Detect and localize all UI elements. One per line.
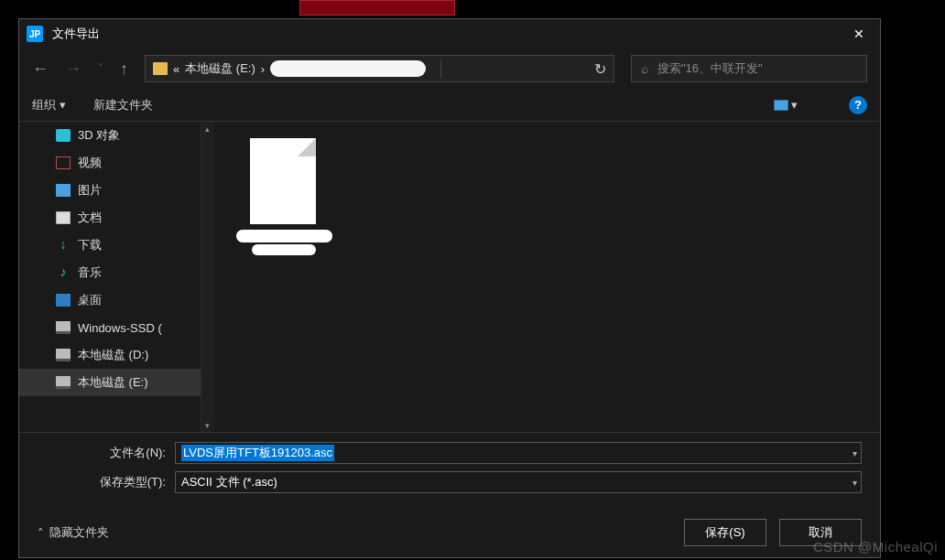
sidebar-item-windows-ssd[interactable]: Windows-SSD ( [19,314,214,341]
nav-bar: ← → ˅ ↑ « 本地磁盘 (E:) › ↻ ⌕ 搜索"16、中联开发" [19,48,880,89]
folder-icon [153,62,168,75]
filetype-label: 保存类型(T): [38,474,175,490]
new-folder-button[interactable]: 新建文件夹 [93,97,153,113]
nav-back-button[interactable]: ← [32,59,49,79]
close-button[interactable]: ✕ [838,19,880,48]
help-button[interactable]: ? [849,96,867,114]
sidebar-item-disk-d[interactable]: 本地磁盘 (D:) [19,341,214,369]
footer: ˄ 隐藏文件夹 保存(S) 取消 [19,508,880,557]
sidebar-item-disk-e[interactable]: 本地磁盘 (E:) [19,369,214,396]
search-placeholder: 搜索"16、中联开发" [657,60,763,77]
picture-icon [774,100,788,111]
sidebar-scrollbar[interactable] [201,122,214,432]
download-icon: ↓ [56,239,71,252]
sidebar-item-downloads[interactable]: ↓ 下载 [19,232,214,259]
filename-row: 文件名(N): LVDS屏用TFT板191203.asc ▾ [38,442,862,464]
sidebar-item-label: 图片 [78,182,102,199]
nav-forward-button[interactable]: → [65,59,81,79]
hide-folders-link[interactable]: ˄ 隐藏文件夹 [38,524,109,541]
nav-recent-button[interactable]: ˅ [98,62,103,75]
organize-button[interactable]: 组织 ▾ [32,97,66,113]
disk-icon [56,349,71,361]
sidebar-item-label: 本地磁盘 (E:) [78,374,148,391]
disk-icon [56,376,71,389]
picture-icon [56,184,71,197]
sidebar-scroll-down[interactable]: ▾ [201,418,214,432]
sidebar-item-label: 音乐 [78,264,102,281]
sidebar: ▴ ▾ 3D 对象 视频 图片 文档 ↓ 下载 [19,122,214,432]
path-divider [440,59,441,78]
filename-input[interactable]: LVDS屏用TFT板191203.asc ▾ [175,442,862,464]
sidebar-item-pictures[interactable]: 图片 [19,177,214,204]
file-list-area[interactable]: LV [214,122,880,432]
sidebar-item-videos[interactable]: 视频 [19,149,214,177]
chevron-down-icon[interactable]: ▾ [853,478,857,488]
cube-icon [56,129,71,142]
chevron-down-icon[interactable]: ▾ [853,448,857,458]
save-button[interactable]: 保存(S) [684,519,766,546]
search-box[interactable]: ⌕ 搜索"16、中联开发" [631,55,867,82]
cancel-button[interactable]: 取消 [779,519,862,546]
sidebar-scroll-up[interactable]: ▴ [201,122,214,135]
sidebar-item-label: 下载 [78,237,102,253]
refresh-button[interactable]: ↻ [594,60,606,78]
background-strip [299,0,455,16]
dialog-title: 文件导出 [52,26,100,42]
filename-label: 文件名(N): [38,445,175,461]
filetype-select[interactable]: ASCII 文件 (*.asc) ▾ [175,471,862,493]
sidebar-item-label: 3D 对象 [78,127,120,144]
file-label: LV [233,230,333,244]
sidebar-item-label: Windows-SSD ( [78,321,162,335]
document-icon [56,211,71,224]
sidebar-item-label: 视频 [78,155,102,171]
file-label-redacted [229,228,339,259]
titlebar: JP 文件导出 ✕ [19,19,880,48]
sidebar-item-documents[interactable]: 文档 [19,204,214,232]
sidebar-item-label: 本地磁盘 (D:) [78,347,148,363]
view-mode-button[interactable]: ▾ [774,98,798,112]
file-icon [250,138,316,224]
path-prefix: « [173,62,179,76]
nav-up-button[interactable]: ↑ [120,59,128,79]
toolbar: 组织 ▾ 新建文件夹 ▾ ? [19,89,880,122]
sidebar-item-3d-objects[interactable]: 3D 对象 [19,122,214,149]
sidebar-item-music[interactable]: ♪ 音乐 [19,259,214,286]
form-area: 文件名(N): LVDS屏用TFT板191203.asc ▾ 保存类型(T): … [19,432,880,508]
sidebar-item-label: 文档 [78,210,102,226]
music-icon: ♪ [56,266,71,279]
app-icon: JP [27,26,43,42]
path-box[interactable]: « 本地磁盘 (E:) › ↻ [145,55,614,82]
file-export-dialog: JP 文件导出 ✕ ← → ˅ ↑ « 本地磁盘 (E:) › ↻ ⌕ 搜索"1… [18,18,881,558]
video-icon [56,156,71,169]
body-area: ▴ ▾ 3D 对象 视频 图片 文档 ↓ 下载 [19,122,880,432]
path-separator: › [261,62,265,76]
chevron-up-icon: ˄ [38,526,44,540]
path-segment-1[interactable]: 本地磁盘 (E:) [185,60,255,77]
path-redacted [270,60,426,77]
disk-icon [56,321,71,334]
file-item[interactable]: LV [233,138,333,244]
filetype-row: 保存类型(T): ASCII 文件 (*.asc) ▾ [38,471,862,493]
search-icon: ⌕ [641,61,648,76]
sidebar-item-desktop[interactable]: 桌面 [19,286,214,314]
sidebar-item-label: 桌面 [78,292,102,308]
desktop-icon [56,294,71,307]
